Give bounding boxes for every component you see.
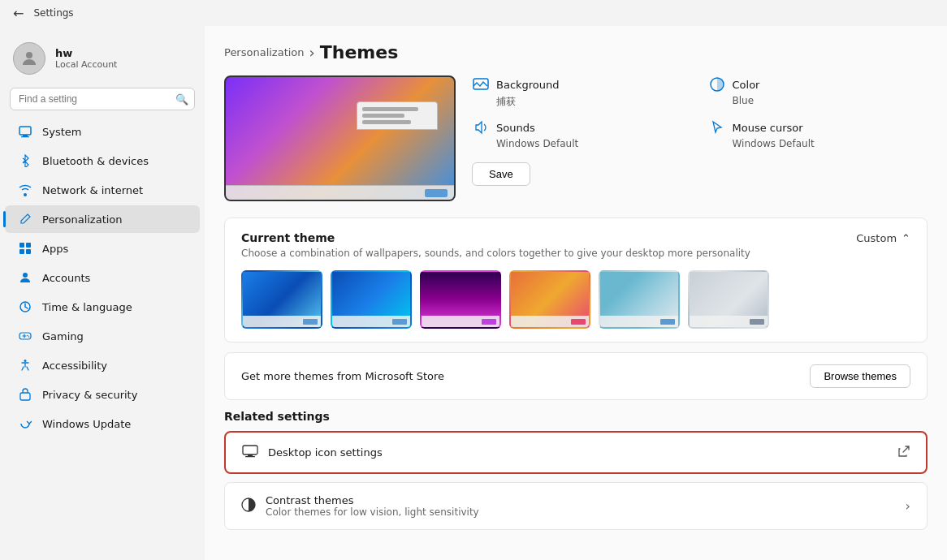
nav-item-privacy[interactable]: Privacy & security bbox=[5, 381, 200, 408]
contrast-themes-sublabel: Color themes for low vision, light sensi… bbox=[266, 506, 479, 518]
related-item-contrast-themes[interactable]: Contrast themes Color themes for low vis… bbox=[224, 482, 928, 530]
color-label: Color bbox=[733, 79, 760, 91]
cursor-value: Windows Default bbox=[733, 138, 928, 149]
current-theme-action[interactable]: Custom ⌃ bbox=[856, 232, 910, 244]
preview-line-3 bbox=[362, 120, 411, 124]
theme-thumbnail-5[interactable] bbox=[599, 270, 680, 329]
svg-rect-18 bbox=[248, 454, 253, 456]
nav-label-bluetooth: Bluetooth & devices bbox=[42, 155, 149, 167]
svg-rect-6 bbox=[19, 249, 24, 254]
nav-label-personalization: Personalization bbox=[42, 213, 123, 226]
thumb-btn-5 bbox=[660, 319, 675, 325]
bluetooth-icon bbox=[18, 153, 32, 168]
svg-point-8 bbox=[23, 273, 28, 278]
svg-rect-3 bbox=[21, 136, 29, 137]
nav-item-accessibility[interactable]: Accessibility bbox=[5, 351, 200, 379]
personalization-icon bbox=[18, 212, 32, 226]
contrast-icon bbox=[241, 498, 256, 515]
thumb-taskbar-3 bbox=[422, 316, 499, 327]
desktop-icons-left: Desktop icon settings bbox=[242, 444, 383, 461]
contrast-themes-text: Contrast themes Color themes for low vis… bbox=[266, 494, 479, 518]
back-button[interactable]: ← bbox=[13, 6, 24, 21]
theme-thumbnail-3[interactable] bbox=[420, 270, 501, 329]
theme-thumbnail-1[interactable] bbox=[241, 270, 322, 329]
color-row[interactable]: Color bbox=[708, 75, 928, 93]
custom-label: Custom bbox=[856, 232, 897, 244]
cursor-icon bbox=[708, 118, 726, 136]
nav-label-time: Time & language bbox=[42, 301, 132, 313]
update-icon bbox=[18, 416, 32, 431]
contrast-themes-left: Contrast themes Color themes for low vis… bbox=[241, 494, 479, 518]
themes-grid bbox=[241, 270, 910, 329]
store-text: Get more themes from Microsoft Store bbox=[241, 370, 444, 382]
avatar bbox=[13, 42, 45, 75]
nav-item-network[interactable]: Network & internet bbox=[5, 176, 200, 204]
background-value: 捕获 bbox=[496, 95, 692, 109]
color-detail: Color Blue bbox=[708, 75, 928, 109]
sidebar: hw Local Account 🔍 System Bluetooth & de… bbox=[0, 26, 205, 560]
privacy-icon bbox=[18, 387, 32, 402]
preview-line-1 bbox=[362, 107, 418, 111]
nav-label-update: Windows Update bbox=[42, 418, 131, 430]
content-area: Personalization › Themes bbox=[205, 26, 947, 560]
svg-rect-19 bbox=[245, 456, 255, 457]
main-layout: hw Local Account 🔍 System Bluetooth & de… bbox=[0, 26, 947, 560]
cursor-row[interactable]: Mouse cursor bbox=[708, 118, 928, 136]
color-icon bbox=[708, 75, 726, 93]
current-theme-title: Current theme bbox=[241, 231, 335, 244]
external-link-icon bbox=[898, 446, 910, 459]
nav-item-time[interactable]: Time & language bbox=[5, 293, 200, 321]
nav-item-bluetooth[interactable]: Bluetooth & devices bbox=[5, 147, 200, 174]
user-info: hw Local Account bbox=[55, 47, 117, 70]
theme-thumbnail-2[interactable] bbox=[331, 270, 412, 329]
sounds-label: Sounds bbox=[496, 122, 535, 134]
related-settings: Related settings Desktop icon settings bbox=[224, 410, 928, 530]
time-icon bbox=[18, 299, 32, 314]
accounts-icon bbox=[18, 270, 32, 285]
user-name: hw bbox=[55, 47, 117, 59]
theme-thumbnail-4[interactable] bbox=[509, 270, 590, 329]
accessibility-icon bbox=[18, 358, 32, 373]
network-icon bbox=[18, 183, 32, 197]
preview-line-2 bbox=[362, 114, 404, 118]
svg-rect-5 bbox=[26, 243, 31, 248]
breadcrumb-parent[interactable]: Personalization bbox=[224, 46, 305, 58]
titlebar: ← Settings bbox=[0, 0, 947, 26]
svg-point-0 bbox=[26, 52, 32, 58]
svg-rect-17 bbox=[243, 446, 257, 454]
nav-label-accounts: Accounts bbox=[42, 272, 90, 284]
svg-rect-2 bbox=[23, 135, 28, 136]
thumb-taskbar-4 bbox=[511, 316, 589, 327]
theme-thumbnail-6[interactable] bbox=[688, 270, 769, 329]
save-button[interactable]: Save bbox=[472, 162, 530, 186]
user-section[interactable]: hw Local Account bbox=[0, 32, 205, 88]
nav-item-apps[interactable]: Apps bbox=[5, 235, 200, 262]
current-theme-subtitle: Choose a combination of wallpapers, soun… bbox=[241, 248, 910, 259]
gaming-icon bbox=[18, 329, 32, 343]
cursor-detail: Mouse cursor Windows Default bbox=[708, 118, 928, 149]
thumb-btn-2 bbox=[392, 319, 407, 325]
background-detail: Background 捕获 bbox=[472, 75, 692, 109]
nav-item-personalization[interactable]: Personalization bbox=[5, 205, 200, 233]
sounds-icon bbox=[472, 118, 490, 136]
browse-themes-button[interactable]: Browse themes bbox=[810, 364, 910, 388]
nav-label-system: System bbox=[42, 126, 81, 138]
related-item-desktop-icons[interactable]: Desktop icon settings bbox=[224, 431, 928, 474]
desktop-icon bbox=[242, 444, 258, 461]
search-input[interactable] bbox=[10, 88, 195, 110]
svg-rect-4 bbox=[19, 243, 24, 248]
sounds-row[interactable]: Sounds bbox=[472, 118, 692, 136]
theme-detail-grid: Background 捕获 Color Blue bbox=[472, 75, 928, 149]
svg-rect-7 bbox=[26, 249, 31, 254]
nav-item-accounts[interactable]: Accounts bbox=[5, 264, 200, 291]
background-row[interactable]: Background bbox=[472, 75, 692, 93]
sounds-value: Windows Default bbox=[496, 138, 692, 149]
svg-point-13 bbox=[24, 360, 27, 362]
user-account-type: Local Account bbox=[55, 59, 117, 70]
nav-item-update[interactable]: Windows Update bbox=[5, 410, 200, 437]
nav-item-gaming[interactable]: Gaming bbox=[5, 322, 200, 350]
search-icon: 🔍 bbox=[175, 93, 188, 106]
cursor-label: Mouse cursor bbox=[733, 122, 803, 134]
background-label: Background bbox=[496, 79, 560, 91]
nav-item-system[interactable]: System bbox=[5, 118, 200, 145]
